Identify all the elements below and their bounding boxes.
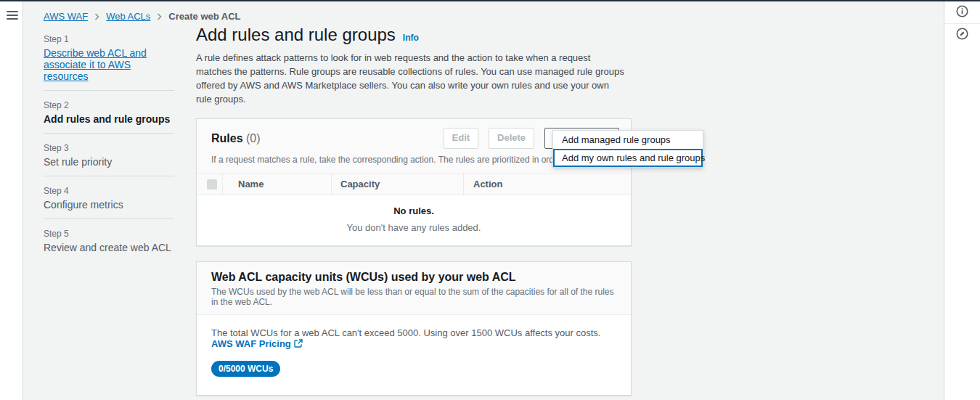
step-divider <box>44 176 174 176</box>
wizard-step-5-title: Review and create web ACL <box>44 242 174 253</box>
step-divider <box>44 133 174 134</box>
select-all-checkbox[interactable] <box>207 179 217 189</box>
hamburger-menu-icon[interactable] <box>7 11 18 20</box>
feedback-panel-button[interactable] <box>944 24 980 46</box>
delete-button[interactable]: Delete <box>489 128 534 149</box>
wizard-step-1: Step 1 Describe web ACL and associate it… <box>44 34 174 82</box>
wizard-step-1-link[interactable]: Describe web ACL and associate it to AWS… <box>44 47 174 82</box>
info-link[interactable]: Info <box>403 33 419 43</box>
wcu-panel-header: Web ACL capacity units (WCUs) used by yo… <box>197 262 631 315</box>
rules-empty-state: No rules. You don't have any rules added… <box>197 195 631 245</box>
step-number-label: Step 1 <box>44 34 174 44</box>
wizard-step-4: Step 4 Configure metrics <box>44 186 174 211</box>
column-header-action: Action <box>463 174 631 195</box>
right-tools-rail <box>944 1 980 400</box>
breadcrumb-link-web-acls[interactable]: Web ACLs <box>106 11 150 22</box>
column-header-capacity: Capacity <box>331 174 463 195</box>
wizard-step-2: Step 2 Add rules and rule groups <box>44 100 174 125</box>
column-header-name: Name <box>222 174 331 195</box>
wizard-steps-nav: Step 1 Describe web ACL and associate it… <box>44 34 174 253</box>
step-number-label: Step 3 <box>44 143 174 153</box>
page-title: Add rules and rule groups <box>196 25 396 45</box>
wizard-step-3: Step 3 Set rule priority <box>44 143 174 168</box>
breadcrumb-link-aws-waf[interactable]: AWS WAF <box>44 11 88 22</box>
wizard-step-2-title: Add rules and rule groups <box>44 113 174 125</box>
wcu-panel-description: The WCUs used by the web ACL will be les… <box>211 287 616 307</box>
edit-button[interactable]: Edit <box>444 128 479 149</box>
chevron-right-icon <box>94 13 99 20</box>
step-number-label: Step 4 <box>44 186 174 196</box>
rules-panel-title: Rules (0) <box>211 132 261 145</box>
rules-table-header: Name Capacity Action <box>197 174 631 195</box>
step-divider <box>44 90 174 91</box>
empty-state-title: No rules. <box>197 205 631 216</box>
wizard-step-5: Step 5 Review and create web ACL <box>44 229 174 253</box>
menu-item-add-managed-rule-groups[interactable]: Add managed rule groups <box>553 131 703 149</box>
wcu-panel-body: The total WCUs for a web ACL can't excee… <box>197 315 631 395</box>
step-number-label: Step 5 <box>44 229 174 239</box>
external-link-icon <box>294 339 303 350</box>
left-nav-rail <box>0 1 23 400</box>
wcu-panel: Web ACL capacity units (WCUs) used by yo… <box>196 261 632 396</box>
aws-waf-pricing-link[interactable]: AWS WAF Pricing <box>211 338 303 349</box>
empty-state-message: You don't have any rules added. <box>197 222 631 233</box>
page-description: A rule defines attack patterns to look f… <box>196 51 627 106</box>
wcu-panel-title: Web ACL capacity units (WCUs) used by yo… <box>211 271 616 284</box>
wizard-step-3-title: Set rule priority <box>44 156 174 168</box>
wcu-usage-badge: 0/5000 WCUs <box>211 361 280 377</box>
wizard-step-4-title: Configure metrics <box>44 199 174 211</box>
main-content: Add rules and rule groups Info A rule de… <box>196 0 632 400</box>
step-divider <box>44 219 174 219</box>
rules-count: (0) <box>246 132 261 144</box>
pencil-icon <box>956 28 968 43</box>
menu-item-add-my-own-rules[interactable]: Add my own rules and rule groups <box>553 149 703 167</box>
info-panel-button[interactable] <box>944 1 980 23</box>
step-number-label: Step 2 <box>44 100 174 110</box>
wcu-limit-text: The total WCUs for a web ACL can't excee… <box>211 327 616 350</box>
info-icon <box>956 5 968 20</box>
aws-waf-create-web-acl-page: AWS WAF Web ACLs Create web ACL Step 1 D… <box>0 0 980 400</box>
top-nav-edge <box>0 0 980 1</box>
chevron-right-icon <box>157 13 162 20</box>
add-rules-dropdown-menu: Add managed rule groups Add my own rules… <box>552 130 703 168</box>
